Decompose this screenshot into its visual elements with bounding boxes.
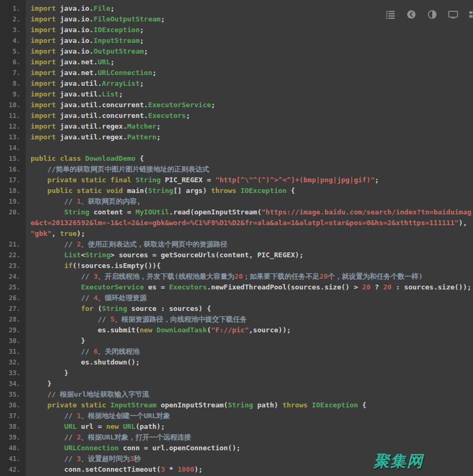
code-line: 8.import java.util.ArrayList; — [0, 78, 473, 89]
line-number: 37. — [0, 411, 26, 421]
code-token: InputStream — [110, 401, 157, 409]
code-token: // 根据url地址获取输入字节流 — [47, 390, 149, 398]
code-token: 5 — [110, 315, 115, 323]
code-token: es.shutdown(); — [31, 358, 140, 366]
code-token — [31, 240, 64, 248]
line-number: 1. — [0, 3, 26, 14]
code-token: ExecutorService — [148, 101, 211, 109]
code-token: import — [31, 58, 60, 66]
code-token: ExecutorService — [81, 283, 144, 291]
code-token: import — [31, 4, 60, 12]
code-token — [31, 208, 64, 216]
code-line: 19. // 1、获取网页的内容, — [0, 196, 473, 207]
line-number: 23. — [0, 261, 26, 271]
code-token: * — [165, 465, 177, 473]
code-text: // 1、根据地址创建一个URL对象 — [26, 411, 473, 421]
line-number: 5. — [0, 46, 26, 57]
code-token: // — [64, 197, 77, 205]
code-token: new — [106, 422, 123, 430]
code-text: import java.util.regex.Pattern; — [26, 132, 473, 143]
code-token: String — [228, 401, 253, 409]
line-number: 42. — [0, 464, 26, 475]
code-token — [31, 294, 81, 302]
code-token: if — [64, 262, 73, 270]
code-token: import — [31, 26, 60, 34]
contrast-icon[interactable] — [427, 10, 437, 19]
code-token: { — [358, 401, 367, 409]
code-text: for (String source : sources) { — [26, 303, 473, 314]
clipped-panel-icon[interactable] — [469, 10, 473, 19]
code-token: (!sources.isEmpty()){ — [72, 262, 160, 270]
code-token: 3 — [77, 455, 81, 463]
line-number: 7. — [0, 68, 26, 78]
code-token: URLConnection — [98, 69, 152, 77]
code-token: // — [64, 412, 77, 420]
code-text: private static InputStream openInputStre… — [26, 400, 473, 411]
code-token: java.util.regex. — [60, 133, 127, 141]
code-text: // 1、获取网页的内容, — [26, 196, 473, 207]
list-icon[interactable] — [386, 10, 395, 19]
code-token: import — [31, 15, 60, 23]
code-token — [31, 390, 47, 398]
line-number: 40. — [0, 443, 26, 453]
code-line: 33. } — [0, 368, 473, 378]
code-line: 10.import java.util.concurrent.ExecutorS… — [0, 100, 473, 110]
code-token: ); — [194, 465, 203, 473]
back-circle-icon[interactable] — [407, 10, 416, 19]
code-token: ; — [211, 101, 216, 109]
code-token: import — [31, 79, 60, 87]
code-token: } — [31, 337, 85, 345]
code-token: String — [85, 251, 110, 259]
code-text: // 3、开启线程池，并发下载(线程池最大容量为20；如果要下载的任务不足20个… — [26, 271, 473, 282]
code-text: // 2、根据URL对象，打开一个远程连接 — [26, 432, 473, 443]
code-token: java.io. — [60, 4, 94, 12]
code-token — [31, 197, 64, 205]
code-token: ), — [459, 219, 471, 227]
code-area: 1.import java.io.File;2.import java.io.F… — [0, 0, 473, 475]
code-line: 21. // 2、使用正则表达式，获取这个网页中的资源路径 — [0, 239, 473, 250]
code-token: PIC_REGEX = — [161, 176, 216, 184]
line-number: 33. — [0, 368, 26, 378]
code-text: // 5、根据资源路径，向线程池中提交下载任务 — [26, 314, 473, 325]
code-token: throws — [211, 187, 241, 195]
code-text — [26, 143, 473, 153]
code-token: { — [136, 154, 144, 162]
code-token: 、根据资源路径，向线程池中提交下载任务 — [115, 315, 247, 323]
code-token: 2 — [77, 240, 81, 248]
code-token: URLConnection — [64, 444, 119, 452]
code-token: content = — [90, 208, 136, 216]
code-token: 20 — [320, 272, 328, 280]
code-token: for — [81, 304, 93, 313]
code-token: URL — [98, 58, 110, 66]
line-number: 6. — [0, 57, 26, 68]
code-token: List — [102, 90, 119, 98]
code-token: java.util.concurrent. — [60, 101, 148, 109]
code-token: List — [64, 251, 81, 259]
code-token: 、根据URL对象，打开一个远程连接 — [81, 433, 191, 441]
code-line: 4.import java.io.InputStream; — [0, 35, 473, 46]
line-number: 22. — [0, 250, 26, 261]
code-token: 20 — [383, 283, 391, 291]
code-token: url = — [77, 422, 106, 430]
code-line: 15.public class DownloadDemo { — [0, 153, 473, 164]
code-token: public static void — [47, 187, 127, 195]
code-text: //简单的获取网页中图片图片链接地址的正则表达式 — [26, 164, 473, 175]
code-text: private static final String PIC_REGEX = … — [26, 175, 473, 185]
line-number: 15. — [0, 153, 26, 164]
monitor-icon[interactable] — [448, 10, 458, 19]
code-token: java.net. — [60, 58, 98, 66]
code-line: 22. List<String> sources = getSourceUrls… — [0, 250, 473, 261]
code-text: es.shutdown(); — [26, 357, 473, 368]
code-token: // — [64, 455, 77, 463]
line-number: 3. — [0, 25, 26, 35]
code-token: import — [31, 90, 60, 98]
code-token: > sources = getSourceUrls(content, PIC_R… — [110, 251, 304, 259]
code-token: 、循环处理资源 — [98, 294, 146, 302]
line-number: 25. — [0, 282, 26, 293]
code-token: Matcher — [127, 122, 157, 130]
code-line: 7.import java.net.URLConnection; — [0, 68, 473, 78]
code-token: true — [60, 229, 77, 237]
code-token: // — [64, 433, 77, 441]
code-line: 34. } — [0, 378, 473, 389]
code-token: ；如果要下载的任务不足 — [243, 272, 320, 280]
